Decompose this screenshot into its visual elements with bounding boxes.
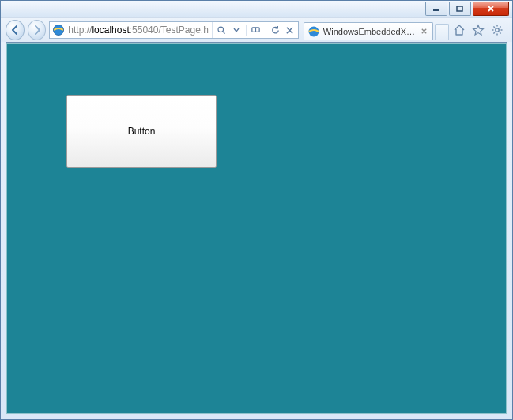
separator — [266, 25, 266, 36]
svg-rect-1 — [457, 6, 462, 11]
tab-title: WindowsEmbeddedX… — [323, 27, 415, 36]
svg-line-17 — [493, 32, 494, 33]
tab-close-icon[interactable] — [418, 26, 429, 37]
new-tab-button[interactable] — [435, 24, 449, 40]
address-bar[interactable]: http://localhost:55040/TestPage.h — [49, 21, 298, 39]
page-button-label: Button — [128, 126, 156, 137]
compatibility-view-icon[interactable] — [250, 24, 262, 36]
svg-line-15 — [500, 32, 500, 33]
svg-line-5 — [223, 31, 225, 33]
window-titlebar — [1, 1, 512, 18]
close-button[interactable] — [473, 2, 509, 16]
svg-point-9 — [496, 28, 499, 32]
svg-line-16 — [500, 26, 500, 27]
separator — [246, 25, 247, 36]
tab-favicon-icon — [307, 25, 320, 38]
navigation-toolbar: http://localhost:55040/TestPage.h — [1, 18, 512, 42]
window-controls — [425, 2, 509, 16]
page-viewport: Button — [6, 42, 507, 414]
ie-logo-icon — [52, 24, 65, 36]
home-icon[interactable] — [452, 23, 466, 37]
search-icon[interactable] — [216, 24, 228, 36]
browser-tab[interactable]: WindowsEmbeddedX… — [304, 22, 433, 40]
back-button[interactable] — [6, 20, 25, 40]
address-bar-tools — [212, 22, 296, 38]
stop-icon[interactable] — [284, 24, 296, 36]
tab-strip: WindowsEmbeddedX… — [304, 21, 449, 40]
address-url: http://localhost:55040/TestPage.h — [68, 25, 208, 36]
toolbar-right — [452, 23, 507, 37]
page-button[interactable]: Button — [66, 95, 217, 168]
forward-button[interactable] — [28, 20, 47, 40]
svg-point-4 — [218, 27, 224, 32]
favorites-icon[interactable] — [471, 23, 485, 37]
svg-line-14 — [493, 26, 494, 27]
search-dropdown-icon[interactable] — [230, 24, 243, 36]
maximize-button[interactable] — [449, 2, 471, 16]
browser-window: http://localhost:55040/TestPage.h — [0, 0, 513, 420]
refresh-icon[interactable] — [270, 24, 282, 36]
tools-gear-icon[interactable] — [490, 23, 504, 37]
minimize-button[interactable] — [425, 2, 447, 16]
